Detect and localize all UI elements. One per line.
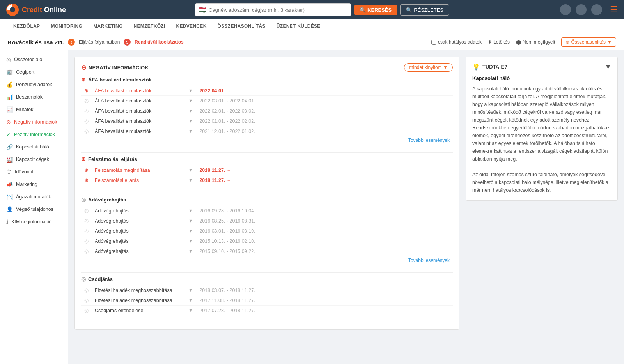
sidebar-item-beszamolok[interactable]: 📊 Beszámolók <box>0 91 68 103</box>
row-icon-gray: ◎ <box>84 288 89 293</box>
bulb-icon: 💡 <box>472 63 480 71</box>
sidebar-item-agazati[interactable]: 📉 Ágazati mutatók <box>0 191 68 203</box>
status-label: Eljárás folyamatban <box>79 39 120 45</box>
felszamolas-table: ⊕ Felszámolás megindítása ▼ 2018.11.27. … <box>81 165 453 185</box>
sidebar-item-kapcsolati[interactable]: 🔗 Kapcsolati háló <box>0 141 68 153</box>
vegso-icon: 👤 <box>6 206 13 212</box>
user-circle-2[interactable] <box>576 4 587 15</box>
table-row: ◎ ÁFA bevallást elmulasztók ▼ 2022.01.01… <box>81 116 453 126</box>
adovegrehajtas-table: ◎ Adóvégrehajtás ▼ 2016.09.28. - 2016.10… <box>81 206 453 256</box>
company-actions: csak hatályos adatok ⬇ Letöltés ⬤ Nem me… <box>431 37 616 47</box>
table-row: ◎ Adóvégrehajtás ▼ 2016.03.01. - 2016.03… <box>81 226 453 236</box>
kim-icon: ℹ <box>6 219 8 225</box>
search-input[interactable] <box>209 7 347 13</box>
search-box[interactable]: 🇭🇺 <box>195 3 351 16</box>
nav-marketing[interactable]: MARKETING <box>88 20 128 33</box>
table-row: ◎ Adóvégrehajtás ▼ 2016.09.28. - 2016.10… <box>81 206 453 216</box>
group-title-afa: ⊕ ÁFA bevallást elmulasztók <box>81 76 453 83</box>
csak-hatalyos-checkbox[interactable] <box>431 40 436 45</box>
row-icon-gray: ◎ <box>84 249 89 254</box>
logo-online: Online <box>44 6 66 14</box>
arrow-icon: ▼ <box>188 228 193 234</box>
csak-hatalyos-check[interactable]: csak hatályos adatok <box>431 39 482 45</box>
row-icon-red: ⊕ <box>84 178 89 183</box>
table-row: ⊕ ÁFA bevallást elmulasztók ▼ 2022.04.01… <box>81 86 453 96</box>
arrow-icon: ▼ <box>188 218 193 224</box>
arrow-icon: ▼ <box>188 239 193 244</box>
sidebar-item-penzugyi[interactable]: 💰 Pénzügyi adatok <box>0 78 68 91</box>
sidebar-item-vegso[interactable]: 👤 Végső tulajdonos <box>0 203 68 216</box>
table-row: ◎ Adóvégrehajtás ▼ 2016.08.25. - 2016.08… <box>81 216 453 226</box>
table-row: ◎ Fizetési haladék meghosszabbítása ▼ 20… <box>81 285 453 295</box>
row-icon-gray: ◎ <box>84 108 89 114</box>
arrow-icon: ▼ <box>188 88 193 94</box>
hamburger-icon[interactable]: ☰ <box>610 5 618 15</box>
group-title-csod: ◎ Csődjárás <box>81 276 453 282</box>
osszefoglalo-icon: ◎ <box>6 57 11 63</box>
row-icon-gray: ◎ <box>84 118 89 124</box>
table-row: ◎ ÁFA bevallást elmulasztók ▼ 2022.03.01… <box>81 96 453 106</box>
negativ-info-card: ⊖ NEGATÍV INFORMÁCIÓK mindet kinyitom ▼ … <box>74 57 459 330</box>
more-events-afa[interactable]: További események <box>81 136 453 145</box>
row-icon-gray: ◎ <box>84 308 89 313</box>
nav-monitoring[interactable]: MONITORING <box>45 20 88 33</box>
nav-uzenet[interactable]: ÜZENET KÜLDÉSE <box>271 20 326 33</box>
nav-kezdolap[interactable]: KEZDŐLAP <box>8 20 45 33</box>
arrow-icon: ▼ <box>188 168 193 173</box>
side-panel: 💡 TUDTA-E? ▼ Kapcsolati háló A kapcsolat… <box>466 57 618 359</box>
nav-osszehasonlitas[interactable]: ÖSSZEHASONLÍTÁS <box>212 20 271 33</box>
watch-button[interactable]: ⬤ Nem megfigyelt <box>516 39 555 45</box>
warning-badge: ! <box>68 39 75 46</box>
reszletes-button[interactable]: 🔍 RÉSZLETES <box>400 4 449 16</box>
arrow-icon: ▼ <box>188 249 193 254</box>
top-header: Credit Online 🇭🇺 🔍 KERESÉS 🔍 RÉSZLETES ☰ <box>0 0 624 19</box>
kapcsolt-icon: 🏭 <box>6 156 13 163</box>
user-circle-3[interactable] <box>591 4 602 15</box>
row-icon-gray: ◎ <box>84 98 89 104</box>
idovonal-icon: ⏱ <box>6 169 12 175</box>
compare-button[interactable]: ⊕ Összehasonlítás ▼ <box>561 37 616 47</box>
table-row: ◎ Adóvégrehajtás ▼ 2015.10.13. - 2016.02… <box>81 236 453 246</box>
main-content: ⊖ NEGATÍV INFORMÁCIÓK mindet kinyitom ▼ … <box>74 57 459 359</box>
row-icon-gray: ◎ <box>84 129 89 134</box>
download-button[interactable]: ⬇ Letöltés <box>488 39 510 45</box>
sidebar-item-kim[interactable]: ℹ KIM céginformáció <box>0 216 68 228</box>
tudtae-title: 💡 TUDTA-E? <box>472 63 507 71</box>
group-felszamolas-icon: ⊕ <box>81 156 86 162</box>
sidebar-item-idovonal[interactable]: ⏱ Idővonal <box>0 166 68 178</box>
nav-bar: KEZDŐLAP MONITORING MARKETING NEMZETKÖZI… <box>0 19 624 34</box>
user-circle-1[interactable] <box>560 4 571 15</box>
sidebar-item-cegiport[interactable]: 🏢 Cégiport <box>0 66 68 78</box>
nav-nemzetkozi[interactable]: NEMZETKÖZI <box>128 20 171 33</box>
search-button[interactable]: 🔍 KERESÉS <box>354 5 397 15</box>
csod-table: ◎ Fizetési haladék meghosszabbítása ▼ 20… <box>81 285 453 315</box>
row-icon-gray: ◎ <box>84 228 89 234</box>
table-row: ◎ ÁFA bevallást elmulasztók ▼ 2022.02.01… <box>81 106 453 116</box>
expand-all-button[interactable]: mindet kinyitom ▼ <box>404 63 453 72</box>
search-area: 🇭🇺 🔍 KERESÉS 🔍 RÉSZLETES <box>84 3 560 16</box>
sidebar-item-kapcsolt[interactable]: 🏭 Kapcsolt cégek <box>0 153 68 166</box>
sidebar-item-pozitiv[interactable]: ✓ Pozitív információk <box>0 128 68 141</box>
row-icon-gray: ◎ <box>84 239 89 244</box>
reszletes-icon: 🔍 <box>406 7 412 13</box>
tudtae-expand-button[interactable]: ▼ <box>605 64 611 71</box>
nav-kedvencek[interactable]: KEDVENCEK <box>171 20 212 33</box>
sidebar-item-negativ[interactable]: ⊗ Negatív információk <box>0 116 68 128</box>
top-right: ☰ <box>560 4 618 15</box>
sidebar-item-mutatok[interactable]: 📈 Mutatók <box>0 103 68 116</box>
risk-label: Rendkívül kockázatos <box>135 39 183 45</box>
row-icon-gray: ◎ <box>84 208 89 214</box>
arrow-icon: ▼ <box>188 129 193 134</box>
tudtae-body-text: A kapcsolati háló modulunk egy adott vál… <box>472 86 610 193</box>
sidebar-item-osszefoglalo[interactable]: ◎ Összefoglaló <box>0 53 68 66</box>
logo-icon <box>6 4 19 16</box>
more-events-adovegrehajtas[interactable]: További események <box>81 256 453 265</box>
arrow-icon: ▼ <box>188 98 193 104</box>
beszamolok-icon: 📊 <box>6 94 13 100</box>
group-title-adovegrehajtas: ◎ Adóvégrehajtás <box>81 196 453 203</box>
minus-circle-icon: ⊖ <box>81 64 86 71</box>
table-row: ◎ Fizetési haladék meghosszabbítása ▼ 20… <box>81 295 453 306</box>
afa-table: ⊕ ÁFA bevallást elmulasztók ▼ 2022.04.01… <box>81 86 453 136</box>
sidebar-item-marketing[interactable]: 📣 Marketing <box>0 178 68 191</box>
arrow-icon: ▼ <box>188 108 193 114</box>
